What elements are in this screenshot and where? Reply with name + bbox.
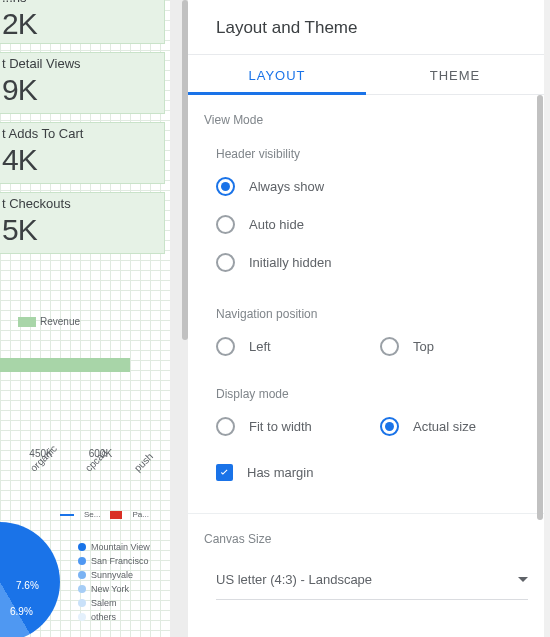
metric-label: t Checkouts [2,196,170,211]
x-axis-labels: organic cpcad push [28,466,153,477]
radio-icon [216,215,235,234]
panel-title: Layout and Theme [188,0,544,54]
radio-label: Auto hide [249,217,304,232]
chevron-down-icon [518,577,528,582]
bar-chart-bar [0,358,130,372]
radio-always-show[interactable]: Always show [216,167,544,205]
checkbox-icon [216,464,233,481]
radio-icon [380,337,399,356]
radio-icon [380,417,399,436]
legend-dot-icon [78,585,86,593]
section-canvas-size: Canvas Size [188,514,544,554]
radio-actual-size[interactable]: Actual size [380,407,544,445]
legend-dot-icon [78,613,86,621]
radio-auto-hide[interactable]: Auto hide [216,205,544,243]
scrollbar-thumb[interactable] [537,95,543,520]
subhead-navigation-position: Navigation position [188,285,544,323]
chart-legend-revenue: Revenue [18,316,80,327]
checkbox-label: Has margin [247,465,313,480]
tab-bar: LAYOUT THEME [188,54,544,95]
metric-value: 2K [2,7,170,41]
pie-slice-label: 7.6% [16,580,39,591]
layout-theme-panel: Layout and Theme LAYOUT THEME View Mode … [188,0,544,637]
legend-label: San Francisco [91,556,149,566]
radio-fit-to-width[interactable]: Fit to width [216,407,380,445]
legend-label: Mountain View [91,542,150,552]
radio-nav-top[interactable]: Top [380,327,544,365]
scrollbar[interactable] [536,95,544,520]
metric-value: 5K [2,213,170,247]
metric-label: t Adds To Cart [2,126,170,141]
legend-label: Salem [91,598,117,608]
legend-dot-icon [78,599,86,607]
canvas-size-select[interactable]: US letter (4:3) - Landscape [216,560,528,600]
legend-dot-icon [78,571,86,579]
gutter [544,0,550,637]
legend-label: others [91,612,116,622]
section-view-mode: View Mode [188,95,544,135]
pie-slice-label: 6.9% [10,606,33,617]
legend-dot-icon [78,543,86,551]
select-value: US letter (4:3) - Landscape [216,572,372,587]
gutter [170,0,188,637]
canvas-preview: ...ns 2K t Detail Views 9K t Adds To Car… [0,0,170,637]
legend-line-icon [60,514,74,516]
subhead-display-mode: Display mode [188,369,544,403]
series-legend: Se... Pa... [60,510,149,519]
legend-dot-icon [78,557,86,565]
metric-label: ...ns [2,0,170,5]
checkbox-has-margin[interactable]: Has margin [216,453,544,491]
tab-layout[interactable]: LAYOUT [188,55,366,94]
radio-nav-left[interactable]: Left [216,327,380,365]
legend-swatch [110,511,122,519]
radio-label: Initially hidden [249,255,331,270]
legend-swatch [18,317,36,327]
subhead-header-visibility: Header visibility [188,135,544,163]
metric-value: 4K [2,143,170,177]
radio-icon [216,417,235,436]
legend-label: New York [91,584,129,594]
metric-label: t Detail Views [2,56,170,71]
radio-icon [216,253,235,272]
radio-icon [216,177,235,196]
legend-label: Pa... [132,510,148,519]
legend-label: Revenue [40,316,80,327]
metric-value: 9K [2,73,170,107]
radio-icon [216,337,235,356]
legend-label: Se... [84,510,100,519]
panel-body: View Mode Header visibility Always show … [188,95,544,637]
radio-label: Fit to width [249,419,312,434]
radio-label: Left [249,339,271,354]
legend-label: Sunnyvale [91,570,133,580]
radio-initially-hidden[interactable]: Initially hidden [216,243,544,281]
radio-label: Always show [249,179,324,194]
tab-theme[interactable]: THEME [366,55,544,94]
pie-legend: Mountain View San Francisco Sunnyvale Ne… [78,540,150,624]
radio-label: Actual size [413,419,476,434]
radio-label: Top [413,339,434,354]
